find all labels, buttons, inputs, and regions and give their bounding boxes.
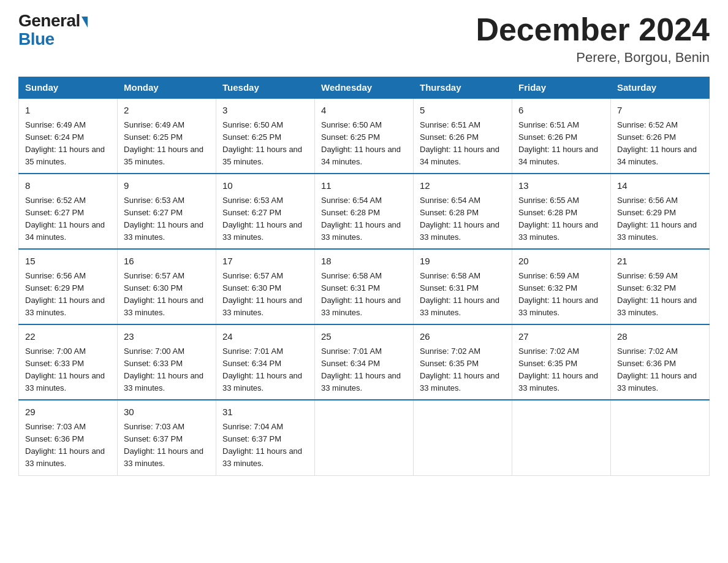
page-title: December 2024 xyxy=(476,12,710,47)
calendar-cell: 8Sunrise: 6:52 AMSunset: 6:27 PMDaylight… xyxy=(19,174,118,249)
page-subtitle: Perere, Borgou, Benin xyxy=(476,50,710,66)
calendar-cell xyxy=(315,400,414,475)
day-number: 28 xyxy=(617,330,703,344)
calendar-row: 15Sunrise: 6:56 AMSunset: 6:29 PMDayligh… xyxy=(19,249,710,324)
day-info: Sunrise: 6:51 AMSunset: 6:26 PMDaylight:… xyxy=(518,120,598,166)
day-info: Sunrise: 6:57 AMSunset: 6:30 PMDaylight:… xyxy=(124,271,203,317)
calendar-cell: 4Sunrise: 6:50 AMSunset: 6:25 PMDaylight… xyxy=(315,98,414,174)
day-info: Sunrise: 6:51 AMSunset: 6:26 PMDaylight:… xyxy=(420,120,499,166)
day-number: 21 xyxy=(617,255,703,269)
header-friday: Friday xyxy=(512,77,611,99)
calendar-cell: 27Sunrise: 7:02 AMSunset: 6:35 PMDayligh… xyxy=(512,324,611,400)
calendar-cell: 13Sunrise: 6:55 AMSunset: 6:28 PMDayligh… xyxy=(512,174,611,249)
calendar-cell: 1Sunrise: 6:49 AMSunset: 6:24 PMDaylight… xyxy=(19,98,118,174)
day-info: Sunrise: 7:04 AMSunset: 6:37 PMDaylight:… xyxy=(222,422,302,468)
calendar-row: 1Sunrise: 6:49 AMSunset: 6:24 PMDaylight… xyxy=(19,98,710,174)
calendar-cell xyxy=(512,400,611,475)
day-number: 27 xyxy=(518,330,604,344)
day-number: 31 xyxy=(222,405,308,419)
day-info: Sunrise: 6:55 AMSunset: 6:28 PMDaylight:… xyxy=(518,196,598,242)
calendar-cell: 23Sunrise: 7:00 AMSunset: 6:33 PMDayligh… xyxy=(118,324,216,400)
calendar-cell: 15Sunrise: 6:56 AMSunset: 6:29 PMDayligh… xyxy=(19,249,118,324)
calendar-table: SundayMondayTuesdayWednesdayThursdayFrid… xyxy=(18,77,710,475)
day-info: Sunrise: 6:56 AMSunset: 6:29 PMDaylight:… xyxy=(25,271,105,317)
calendar-cell: 22Sunrise: 7:00 AMSunset: 6:33 PMDayligh… xyxy=(19,324,118,400)
day-info: Sunrise: 7:01 AMSunset: 6:34 PMDaylight:… xyxy=(321,347,401,393)
day-number: 11 xyxy=(321,179,407,193)
calendar-cell: 9Sunrise: 6:53 AMSunset: 6:27 PMDaylight… xyxy=(118,174,216,249)
day-info: Sunrise: 7:02 AMSunset: 6:36 PMDaylight:… xyxy=(617,347,697,393)
calendar-cell: 31Sunrise: 7:04 AMSunset: 6:37 PMDayligh… xyxy=(216,400,315,475)
day-info: Sunrise: 6:54 AMSunset: 6:28 PMDaylight:… xyxy=(420,196,499,242)
day-number: 4 xyxy=(321,104,407,118)
day-info: Sunrise: 7:03 AMSunset: 6:36 PMDaylight:… xyxy=(25,422,105,468)
day-info: Sunrise: 7:00 AMSunset: 6:33 PMDaylight:… xyxy=(25,347,105,393)
day-info: Sunrise: 6:53 AMSunset: 6:27 PMDaylight:… xyxy=(222,196,302,242)
day-number: 19 xyxy=(420,255,506,269)
calendar-cell: 12Sunrise: 6:54 AMSunset: 6:28 PMDayligh… xyxy=(414,174,512,249)
day-info: Sunrise: 7:02 AMSunset: 6:35 PMDaylight:… xyxy=(420,347,499,393)
day-number: 22 xyxy=(25,330,111,344)
day-info: Sunrise: 6:50 AMSunset: 6:25 PMDaylight:… xyxy=(222,120,302,166)
day-number: 15 xyxy=(25,255,111,269)
day-number: 23 xyxy=(124,330,210,344)
calendar-cell xyxy=(414,400,512,475)
day-number: 26 xyxy=(420,330,506,344)
day-number: 10 xyxy=(222,179,308,193)
logo: General Blue xyxy=(18,12,88,49)
day-number: 13 xyxy=(518,179,604,193)
day-info: Sunrise: 6:49 AMSunset: 6:24 PMDaylight:… xyxy=(25,120,105,166)
day-number: 16 xyxy=(124,255,210,269)
logo-general-text: General xyxy=(18,12,80,29)
title-block: December 2024 Perere, Borgou, Benin xyxy=(476,12,710,66)
header-sunday: Sunday xyxy=(19,77,118,99)
day-info: Sunrise: 6:58 AMSunset: 6:31 PMDaylight:… xyxy=(321,271,401,317)
calendar-cell: 6Sunrise: 6:51 AMSunset: 6:26 PMDaylight… xyxy=(512,98,611,174)
logo-triangle-icon xyxy=(82,17,88,28)
day-info: Sunrise: 7:02 AMSunset: 6:35 PMDaylight:… xyxy=(518,347,598,393)
header-wednesday: Wednesday xyxy=(315,77,414,99)
day-info: Sunrise: 6:50 AMSunset: 6:25 PMDaylight:… xyxy=(321,120,401,166)
day-number: 20 xyxy=(518,255,604,269)
calendar-cell: 26Sunrise: 7:02 AMSunset: 6:35 PMDayligh… xyxy=(414,324,512,400)
calendar-row: 29Sunrise: 7:03 AMSunset: 6:36 PMDayligh… xyxy=(19,400,710,475)
day-info: Sunrise: 7:03 AMSunset: 6:37 PMDaylight:… xyxy=(124,422,203,468)
day-number: 7 xyxy=(617,104,703,118)
calendar-cell: 29Sunrise: 7:03 AMSunset: 6:36 PMDayligh… xyxy=(19,400,118,475)
page-header: General Blue December 2024 Perere, Borgo… xyxy=(18,12,710,66)
calendar-cell: 30Sunrise: 7:03 AMSunset: 6:37 PMDayligh… xyxy=(118,400,216,475)
day-number: 14 xyxy=(617,179,703,193)
calendar-cell: 20Sunrise: 6:59 AMSunset: 6:32 PMDayligh… xyxy=(512,249,611,324)
day-number: 30 xyxy=(124,405,210,419)
day-number: 29 xyxy=(25,405,111,419)
day-number: 3 xyxy=(222,104,308,118)
calendar-cell xyxy=(611,400,710,475)
day-number: 5 xyxy=(420,104,506,118)
calendar-cell: 3Sunrise: 6:50 AMSunset: 6:25 PMDaylight… xyxy=(216,98,315,174)
day-info: Sunrise: 6:58 AMSunset: 6:31 PMDaylight:… xyxy=(420,271,499,317)
calendar-row: 22Sunrise: 7:00 AMSunset: 6:33 PMDayligh… xyxy=(19,324,710,400)
calendar-cell: 11Sunrise: 6:54 AMSunset: 6:28 PMDayligh… xyxy=(315,174,414,249)
header-thursday: Thursday xyxy=(414,77,512,99)
calendar-cell: 5Sunrise: 6:51 AMSunset: 6:26 PMDaylight… xyxy=(414,98,512,174)
calendar-cell: 17Sunrise: 6:57 AMSunset: 6:30 PMDayligh… xyxy=(216,249,315,324)
calendar-cell: 19Sunrise: 6:58 AMSunset: 6:31 PMDayligh… xyxy=(414,249,512,324)
day-info: Sunrise: 6:56 AMSunset: 6:29 PMDaylight:… xyxy=(617,196,697,242)
day-number: 25 xyxy=(321,330,407,344)
calendar-body: 1Sunrise: 6:49 AMSunset: 6:24 PMDaylight… xyxy=(19,98,710,475)
day-info: Sunrise: 6:59 AMSunset: 6:32 PMDaylight:… xyxy=(518,271,598,317)
day-info: Sunrise: 6:52 AMSunset: 6:27 PMDaylight:… xyxy=(25,196,105,242)
day-info: Sunrise: 6:49 AMSunset: 6:25 PMDaylight:… xyxy=(124,120,203,166)
header-saturday: Saturday xyxy=(611,77,710,99)
day-info: Sunrise: 6:59 AMSunset: 6:32 PMDaylight:… xyxy=(617,271,697,317)
calendar-cell: 10Sunrise: 6:53 AMSunset: 6:27 PMDayligh… xyxy=(216,174,315,249)
logo-blue-text: Blue xyxy=(18,29,55,49)
header-monday: Monday xyxy=(118,77,216,99)
day-info: Sunrise: 7:01 AMSunset: 6:34 PMDaylight:… xyxy=(222,347,302,393)
day-info: Sunrise: 7:00 AMSunset: 6:33 PMDaylight:… xyxy=(124,347,203,393)
calendar-cell: 28Sunrise: 7:02 AMSunset: 6:36 PMDayligh… xyxy=(611,324,710,400)
day-info: Sunrise: 6:52 AMSunset: 6:26 PMDaylight:… xyxy=(617,120,697,166)
calendar-cell: 25Sunrise: 7:01 AMSunset: 6:34 PMDayligh… xyxy=(315,324,414,400)
day-number: 12 xyxy=(420,179,506,193)
day-info: Sunrise: 6:57 AMSunset: 6:30 PMDaylight:… xyxy=(222,271,302,317)
